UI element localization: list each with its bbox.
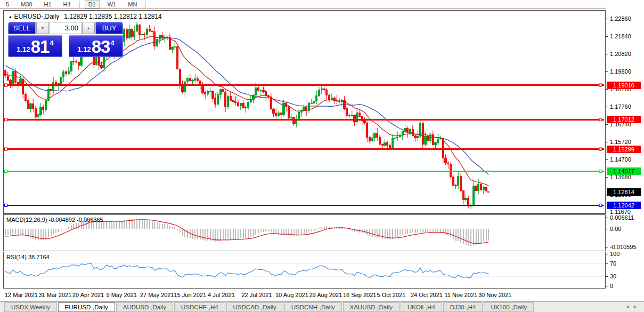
macd-signal-value: -0.006365 bbox=[77, 217, 103, 223]
date-axis-label: 5 Oct 2021 bbox=[377, 292, 406, 298]
chart-tab-UK100-Daily[interactable]: UK100-,Daily bbox=[484, 302, 534, 312]
level-price-tag: 1.19010 bbox=[607, 82, 641, 89]
main-chart-panel[interactable]: ▴EURUSD-,Daily1.12829 1.12835 1.12812 1.… bbox=[3, 10, 606, 214]
price-axis-label: 1.14700 bbox=[610, 156, 631, 163]
timeframe-button-MN[interactable]: MN bbox=[124, 0, 141, 9]
timeframe-button-5[interactable]: 5 bbox=[2, 0, 13, 9]
axis-tick bbox=[606, 71, 608, 72]
timeframe-button-H4[interactable]: H4 bbox=[60, 0, 75, 9]
price-axis-label: 1.22860 bbox=[610, 15, 631, 22]
axis-tick bbox=[606, 142, 608, 142]
spinner-up-icon: ▴ bbox=[87, 26, 89, 30]
timeframe-button-M30[interactable]: M30 bbox=[17, 0, 36, 9]
axis-tick bbox=[606, 19, 608, 19]
tab-next-icon[interactable]: ► bbox=[633, 304, 641, 309]
timeframe-button-D1[interactable]: D1 bbox=[85, 0, 100, 9]
date-axis-label: 30 Nov 2021 bbox=[478, 292, 511, 298]
date-axis-label: 27 May 2021 bbox=[140, 292, 174, 298]
price-axis-label: 1.21840 bbox=[610, 33, 631, 39]
macd-axis-label: 0.00 bbox=[610, 226, 621, 232]
axis-tick bbox=[606, 218, 608, 218]
axis-tick bbox=[606, 263, 608, 264]
tab-scroll-arrows[interactable]: ◄► bbox=[625, 304, 641, 309]
price-axis-label: 1.15720 bbox=[610, 139, 631, 145]
collapse-icon[interactable]: ▴ bbox=[9, 14, 12, 19]
chart-tab-EURUSD-Daily[interactable]: EURUSD-,Daily bbox=[58, 302, 115, 312]
chart-tab-bar: USDX,WeeklyEURUSD-,DailyAUDUSD-,DailyUSD… bbox=[0, 301, 644, 312]
chart-tab-USDCNH-Daily[interactable]: USDCNH-,Daily bbox=[284, 302, 342, 312]
chart-tab-USDX-Weekly[interactable]: USDX,Weekly bbox=[4, 302, 57, 312]
sell-price-big: 81 bbox=[31, 39, 50, 55]
rsi-panel[interactable]: RSI(14) 38.7164 bbox=[3, 252, 606, 289]
axis-tick bbox=[606, 254, 608, 254]
chart-ohlc-values: 1.12829 1.12835 1.12812 1.12814 bbox=[64, 13, 162, 20]
sell-price-prefix: 1.12 bbox=[17, 44, 30, 55]
chart-title: ▴EURUSD-,Daily1.12829 1.12835 1.12812 1.… bbox=[9, 13, 162, 20]
timeframe-button-H1[interactable]: H1 bbox=[40, 0, 55, 9]
timeframe-toolbar: 5M30H1H4D1W1MN bbox=[0, 0, 644, 9]
axis-tick bbox=[606, 212, 608, 212]
level-price-tag: 1.15299 bbox=[607, 146, 641, 153]
macd-name: MACD(12,26,9) bbox=[6, 217, 47, 223]
price-axis-label: 1.19800 bbox=[610, 68, 631, 75]
macd-axis-label: -0.010595 bbox=[610, 244, 637, 250]
buy-price-big: 83 bbox=[92, 39, 110, 55]
rsi-axis-label: 0 bbox=[610, 283, 613, 289]
buy-price-prefix: 1.12 bbox=[77, 44, 91, 55]
sell-button[interactable]: SELL bbox=[8, 22, 36, 34]
chart-tab-AUDUSD-Daily[interactable]: AUDUSD-,Daily bbox=[116, 302, 173, 312]
spinner-down-icon: ▾ bbox=[42, 26, 44, 30]
axis-tick bbox=[606, 276, 608, 277]
level-price-tag: 1.12042 bbox=[607, 202, 641, 209]
date-axis-label: 4 Jul 2021 bbox=[208, 292, 235, 298]
level-price-tag: 1.17012 bbox=[607, 116, 641, 123]
macd-axis-label: 0.006611 bbox=[610, 214, 634, 221]
toolbar-separator bbox=[79, 1, 80, 8]
date-axis-label: 10 Aug 2021 bbox=[275, 292, 308, 298]
axis-tick bbox=[606, 54, 608, 54]
date-axis[interactable]: 12 Mar 202131 Mar 202120 Apr 20219 May 2… bbox=[3, 290, 606, 300]
date-axis-label: 12 Mar 2021 bbox=[5, 292, 38, 298]
axis-tick bbox=[606, 124, 608, 125]
rsi-value: 38.7164 bbox=[28, 254, 50, 260]
date-axis-label: 24 Oct 2021 bbox=[411, 292, 443, 298]
volume-increase-button[interactable]: ▴ bbox=[82, 22, 95, 34]
axis-tick bbox=[606, 159, 608, 160]
buy-price-sup: 4 bbox=[110, 39, 114, 47]
volume-decrease-button[interactable]: ▾ bbox=[36, 22, 49, 34]
rsi-canvas[interactable] bbox=[4, 252, 605, 288]
chart-tab-USDCHF-H4[interactable]: USDCHF-,H4 bbox=[174, 302, 225, 312]
chart-tab-UKOil-H4[interactable]: UKOil-,H4 bbox=[401, 302, 442, 312]
price-axis-label: 1.20820 bbox=[610, 51, 631, 57]
chart-tab-DJ30-H4[interactable]: DJ30-,H4 bbox=[443, 302, 483, 312]
buy-price-button[interactable]: 1.12 83 4 bbox=[69, 35, 123, 57]
buy-button[interactable]: BUY bbox=[95, 22, 123, 34]
macd-value: -0.004892 bbox=[48, 217, 75, 223]
chart-symbol-label: EURUSD-,Daily bbox=[14, 13, 60, 20]
price-axis[interactable]: 1.228601.218401.208201.198001.187801.177… bbox=[606, 0, 644, 300]
date-axis-label: 9 May 2021 bbox=[107, 292, 137, 298]
chart-tab-USDCAD-Daily[interactable]: USDCAD-,Daily bbox=[226, 302, 283, 312]
one-click-trade-panel: SELL ▾ 3.00 ▴ BUY 1.12 81 4 1.12 83 4 bbox=[8, 22, 123, 57]
volume-input[interactable]: 3.00 bbox=[50, 22, 81, 34]
date-axis-label: 15 Jun 2021 bbox=[174, 292, 207, 298]
chart-tab-XAUUSD-Daily[interactable]: XAUUSD-,Daily bbox=[343, 302, 400, 312]
rsi-label: RSI(14) 38.7164 bbox=[6, 254, 50, 260]
macd-panel[interactable]: MACD(12,26,9) -0.004892 -0.006365 bbox=[3, 214, 606, 251]
rsi-axis-label: 100 bbox=[610, 251, 619, 257]
rsi-name: RSI(14) bbox=[6, 254, 27, 260]
current-price-tag: 1.12814 bbox=[607, 188, 641, 196]
axis-tick bbox=[606, 36, 608, 37]
sell-price-button[interactable]: 1.12 81 4 bbox=[8, 35, 62, 57]
rsi-axis-label: 30 bbox=[610, 273, 616, 279]
macd-label: MACD(12,26,9) -0.004892 -0.006365 bbox=[6, 217, 103, 223]
sell-price-sup: 4 bbox=[50, 39, 53, 47]
axis-tick bbox=[606, 286, 608, 286]
axis-tick bbox=[606, 229, 608, 229]
timeframe-button-W1[interactable]: W1 bbox=[104, 0, 120, 9]
tab-prev-icon[interactable]: ◄ bbox=[625, 304, 633, 309]
date-axis-label: 16 Sep 2021 bbox=[343, 292, 376, 298]
level-price-tag: 1.14017 bbox=[607, 167, 641, 175]
date-axis-label: 22 Jul 2021 bbox=[242, 292, 272, 298]
price-axis-label: 1.17760 bbox=[610, 103, 631, 110]
